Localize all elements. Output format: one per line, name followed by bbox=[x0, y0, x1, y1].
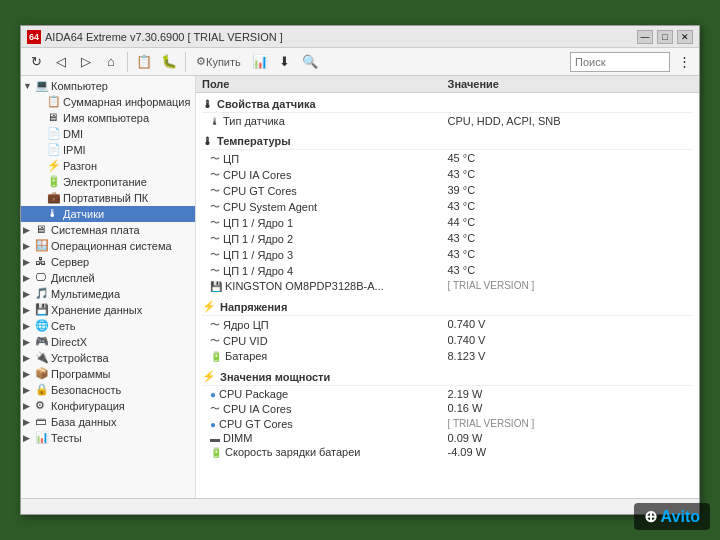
storage-icon: 💾 bbox=[35, 303, 49, 317]
sidebar-item-database[interactable]: ▶ 🗃 База данных bbox=[21, 414, 195, 430]
section-header-temperatures: 🌡 Температуры bbox=[202, 132, 693, 150]
row-cpu-system-agent: 〜 CPU System Agent 43 °C bbox=[202, 199, 693, 215]
section-icon-properties: 🌡 bbox=[202, 98, 213, 110]
sidebar-item-directx[interactable]: ▶ 🎮 DirectX bbox=[21, 334, 195, 350]
refresh-button[interactable]: ↻ bbox=[25, 51, 47, 73]
download-button[interactable]: ⬇ bbox=[274, 51, 296, 73]
section-icon-temperatures: 🌡 bbox=[202, 135, 213, 147]
multimedia-icon: 🎵 bbox=[35, 287, 49, 301]
os-icon: 🪟 bbox=[35, 239, 49, 253]
row-cpu-temp: 〜 ЦП 45 °C bbox=[202, 151, 693, 167]
sidebar-label-computer: Компьютер bbox=[51, 80, 108, 92]
sidebar-item-security[interactable]: ▶ 🔒 Безопасность bbox=[21, 382, 195, 398]
sidebar-label-overclock: Разгон bbox=[63, 160, 97, 172]
sidebar-item-tests[interactable]: ▶ 📊 Тесты bbox=[21, 430, 195, 446]
app-icon: 64 bbox=[27, 30, 41, 44]
sidebar-item-computername[interactable]: 🖥 Имя компьютера bbox=[21, 110, 195, 126]
config-icon: ⚙ bbox=[35, 399, 49, 413]
sidebar-label-devices: Устройства bbox=[51, 352, 109, 364]
sidebar-item-os[interactable]: ▶ 🪟 Операционная система bbox=[21, 238, 195, 254]
sidebar-item-server[interactable]: ▶ 🖧 Сервер bbox=[21, 254, 195, 270]
software-icon: 📦 bbox=[35, 367, 49, 381]
sidebar-label-motherboard: Системная плата bbox=[51, 224, 140, 236]
database-icon: 🗃 bbox=[35, 415, 49, 429]
summary-icon: 📋 bbox=[47, 95, 61, 109]
portable-icon: 💼 bbox=[47, 191, 61, 205]
sensors-icon: 🌡 bbox=[47, 207, 61, 221]
overclock-icon: ⚡ bbox=[47, 159, 61, 173]
row-kingston: 💾 KINGSTON OM8PDP3128B-A... [ TRIAL VERS… bbox=[202, 279, 693, 293]
section-power: ⚡ Значения мощности ● CPU Package 2.19 W… bbox=[196, 365, 699, 461]
section-icon-power: ⚡ bbox=[202, 370, 216, 383]
row-cpu-package: ● CPU Package 2.19 W bbox=[202, 387, 693, 401]
row-sensor-type: 🌡 Тип датчика CPU, HDD, ACPI, SNB bbox=[202, 114, 693, 128]
sidebar-item-network[interactable]: ▶ 🌐 Сеть bbox=[21, 318, 195, 334]
sidebar-item-config[interactable]: ▶ ⚙ Конфигурация bbox=[21, 398, 195, 414]
sidebar-item-portable[interactable]: 💼 Портативный ПК bbox=[21, 190, 195, 206]
menu-button[interactable]: ⋮ bbox=[673, 51, 695, 73]
section-properties: 🌡 Свойства датчика 🌡 Тип датчика CPU, HD… bbox=[196, 93, 699, 130]
close-button[interactable]: ✕ bbox=[677, 30, 693, 44]
row-cpu-vid: 〜 CPU VID 0.740 V bbox=[202, 333, 693, 349]
sidebar-item-software[interactable]: ▶ 📦 Программы bbox=[21, 366, 195, 382]
row-cpu-core3: 〜 ЦП 1 / Ядро 3 43 °C bbox=[202, 247, 693, 263]
copy-button[interactable]: 📋 bbox=[133, 51, 155, 73]
sidebar-item-ipmi[interactable]: 📄 IPMI bbox=[21, 142, 195, 158]
computer-icon: 💻 bbox=[35, 79, 49, 93]
back-button[interactable]: ◁ bbox=[50, 51, 72, 73]
content-area: ▼ 💻 Компьютер 📋 Суммарная информация 🖥 И… bbox=[21, 76, 699, 498]
buy-label: Купить bbox=[206, 56, 241, 68]
report-button[interactable]: 📊 bbox=[249, 51, 271, 73]
sidebar-label-database: База данных bbox=[51, 416, 117, 428]
debug-button[interactable]: 🐛 bbox=[158, 51, 180, 73]
sidebar-item-storage[interactable]: ▶ 💾 Хранение данных bbox=[21, 302, 195, 318]
row-battery-charge: 🔋 Скорость зарядки батареи -4.09 W bbox=[202, 445, 693, 459]
computername-icon: 🖥 bbox=[47, 111, 61, 125]
sidebar-label-ipmi: IPMI bbox=[63, 144, 86, 156]
row-cpu-core2: 〜 ЦП 1 / Ядро 2 43 °C bbox=[202, 231, 693, 247]
sidebar-label-portable: Портативный ПК bbox=[63, 192, 148, 204]
settings-btn[interactable]: ⚙ Купить bbox=[191, 51, 246, 73]
sidebar-label-multimedia: Мультимедиа bbox=[51, 288, 120, 300]
col2-header: Значение bbox=[448, 78, 694, 90]
sensor-type-icon: 🌡 bbox=[210, 116, 220, 127]
sidebar-label-tests: Тесты bbox=[51, 432, 82, 444]
toolbar: ↻ ◁ ▷ ⌂ 📋 🐛 ⚙ Купить 📊 ⬇ 🔍 ⋮ bbox=[21, 48, 699, 76]
sidebar-item-multimedia[interactable]: ▶ 🎵 Мультимедиа bbox=[21, 286, 195, 302]
sidebar-item-sensors[interactable]: 🌡 Датчики bbox=[21, 206, 195, 222]
section-header-properties: 🌡 Свойства датчика bbox=[202, 95, 693, 113]
power-icon: 🔋 bbox=[47, 175, 61, 189]
sidebar-label-os: Операционная система bbox=[51, 240, 172, 252]
sidebar-item-overclock[interactable]: ⚡ Разгон bbox=[21, 158, 195, 174]
sidebar-item-summary[interactable]: 📋 Суммарная информация bbox=[21, 94, 195, 110]
row-cpu-ia-cores: 〜 CPU IA Cores 43 °C bbox=[202, 167, 693, 183]
section-title-temperatures: Температуры bbox=[217, 135, 291, 147]
row-cpu-ia-cores-power: 〜 CPU IA Cores 0.16 W bbox=[202, 401, 693, 417]
row-battery-voltage: 🔋 Батарея 8.123 V bbox=[202, 349, 693, 363]
minimize-button[interactable]: — bbox=[637, 30, 653, 44]
home-button[interactable]: ⌂ bbox=[100, 51, 122, 73]
network-icon: 🌐 bbox=[35, 319, 49, 333]
search-toolbar-button[interactable]: 🔍 bbox=[299, 51, 321, 73]
maximize-button[interactable]: □ bbox=[657, 30, 673, 44]
sidebar-label-power: Электропитание bbox=[63, 176, 147, 188]
expand-icon: ▼ bbox=[23, 81, 35, 91]
dmi-icon: 📄 bbox=[47, 127, 61, 141]
sidebar-item-motherboard[interactable]: ▶ 🖥 Системная плата bbox=[21, 222, 195, 238]
display-icon: 🖵 bbox=[35, 271, 49, 285]
sidebar-item-computer[interactable]: ▼ 💻 Компьютер bbox=[21, 78, 195, 94]
main-panel: Поле Значение 🌡 Свойства датчика 🌡 Тип д… bbox=[196, 76, 699, 498]
section-voltages: ⚡ Напряжения 〜 Ядро ЦП 0.740 V 〜 CPU VID… bbox=[196, 295, 699, 365]
section-header-voltages: ⚡ Напряжения bbox=[202, 297, 693, 316]
sidebar-item-devices[interactable]: ▶ 🔌 Устройства bbox=[21, 350, 195, 366]
directx-icon: 🎮 bbox=[35, 335, 49, 349]
sidebar-item-display[interactable]: ▶ 🖵 Дисплей bbox=[21, 270, 195, 286]
sidebar-label-config: Конфигурация bbox=[51, 400, 125, 412]
sidebar-item-dmi[interactable]: 📄 DMI bbox=[21, 126, 195, 142]
forward-button[interactable]: ▷ bbox=[75, 51, 97, 73]
sidebar-item-power[interactable]: 🔋 Электропитание bbox=[21, 174, 195, 190]
sidebar-label-network: Сеть bbox=[51, 320, 75, 332]
sensor-type-value: CPU, HDD, ACPI, SNB bbox=[448, 115, 694, 127]
search-input[interactable] bbox=[570, 52, 670, 72]
sidebar-label-directx: DirectX bbox=[51, 336, 87, 348]
